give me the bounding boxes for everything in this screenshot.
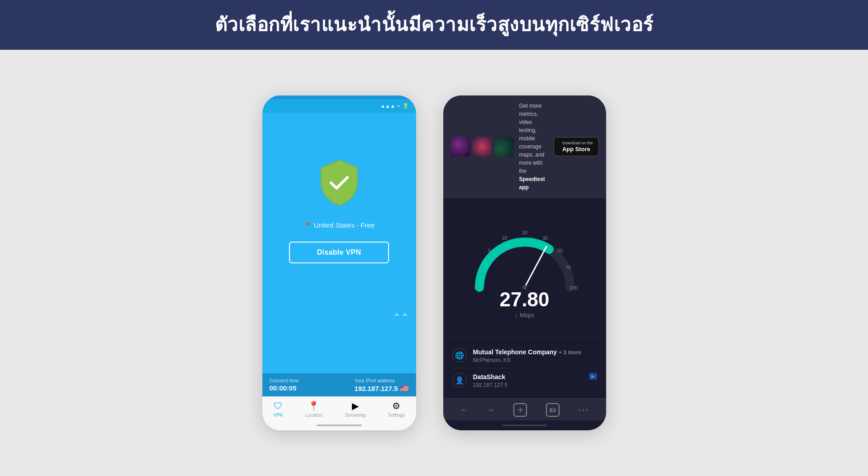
speedometer-graphic: 0 1 5 10 20 30 50 75 100	[466, 217, 583, 299]
signal-icon: ▲▲▲	[380, 103, 395, 109]
vpn-tab-icon: 🛡	[274, 401, 283, 411]
speed-unit-row: ↓ Mbps	[499, 311, 549, 319]
home-indicator-bar-left	[317, 424, 362, 426]
connect-time-item: Connect time 00:00:05	[270, 378, 299, 393]
svg-text:75: 75	[565, 265, 570, 270]
svg-line-9	[525, 247, 546, 287]
ipv4-label: Your IPv4 address	[355, 378, 409, 383]
home-indicator-left	[262, 420, 416, 430]
isp-primary-details: Mutual Telephone Company + 3 more McPher…	[473, 348, 597, 363]
settings-tab-icon: ⚙	[392, 400, 400, 411]
svg-text:10: 10	[501, 235, 507, 241]
banner-body: Get more metrics, video testing, mobile …	[519, 103, 545, 190]
shield-area: 📍 United States - Free Disable VPN	[289, 158, 389, 263]
thumbnail-2	[472, 137, 492, 157]
person-icon: 👤	[452, 373, 467, 387]
page-title: ตัวเลือกที่เราแนะนำนั้นมีความเร็วสูงบนทุ…	[215, 13, 654, 38]
wifi-icon: ▪	[398, 103, 400, 109]
location-tab-icon: 📍	[308, 400, 319, 411]
tab-settings-label: Settings	[388, 413, 404, 418]
speedtest-screen: Get more metrics, video testing, mobile …	[443, 95, 606, 420]
home-indicator-right	[443, 420, 606, 430]
ipv4-value-row: 192.187.127.5 🇺🇸	[355, 384, 409, 393]
tab-count-button[interactable]: 63	[546, 403, 560, 417]
chevron-up-icon: ⌃⌃	[393, 312, 409, 324]
tab-location-label: Location	[305, 413, 323, 418]
connect-time-value: 00:00:05	[270, 384, 299, 392]
thumbnail-3	[494, 137, 514, 157]
svg-text:20: 20	[522, 230, 527, 235]
tab-vpn[interactable]: 🛡 VPN	[273, 401, 283, 418]
app-store-large-label: App Store	[562, 146, 593, 153]
app-store-text: Download on the App Store	[562, 141, 593, 152]
location-pin-icon: 📍	[304, 222, 311, 229]
banner-text: Get more metrics, video testing, mobile …	[519, 102, 548, 191]
download-icon: ↓	[515, 311, 518, 319]
us-flag-icon: 🇺🇸	[400, 384, 409, 393]
speedtest-app-name: Speedtest app	[519, 176, 545, 190]
more-options-button[interactable]: ···	[578, 404, 589, 416]
disable-vpn-button[interactable]: Disable VPN	[289, 242, 389, 263]
phone-left: ▲▲▲ ▪ 🔋 📍 United States - Free Disable V	[262, 95, 416, 430]
tab-count-label: 63	[550, 407, 556, 414]
svg-text:0: 0	[474, 285, 477, 290]
ipv4-item: Your IPv4 address 192.187.127.5 🇺🇸	[355, 378, 409, 393]
main-content: ▲▲▲ ▪ 🔋 📍 United States - Free Disable V	[0, 50, 868, 476]
app-store-small-label: Download on the	[562, 141, 593, 146]
svg-text:100: 100	[569, 285, 577, 290]
svg-text:30: 30	[542, 235, 547, 241]
status-bar-left: ▲▲▲ ▪ 🔋	[262, 99, 416, 113]
ad-badge: ▶	[589, 373, 597, 380]
tab-settings[interactable]: ⚙ Settings	[388, 400, 404, 418]
top-bar-left	[262, 95, 416, 99]
tab-streaming[interactable]: ▶ Streaming	[345, 400, 366, 418]
server-name: DataShack	[473, 373, 506, 381]
page-header: ตัวเลือกที่เราแนะนำนั้นมีความเร็วสูงบนทุ…	[0, 0, 868, 50]
svg-text:50: 50	[557, 248, 562, 253]
speedtest-banner: Get more metrics, video testing, mobile …	[443, 95, 606, 198]
svg-text:5: 5	[488, 248, 490, 253]
vpn-bottom-bar: Connect time 00:00:05 Your IPv4 address …	[262, 373, 416, 396]
connect-time-label: Connect time	[270, 378, 299, 383]
status-icons: ▲▲▲ ▪ 🔋	[380, 103, 409, 109]
globe-icon: 🌐	[452, 348, 467, 362]
tab-streaming-label: Streaming	[345, 413, 366, 418]
battery-icon: 🔋	[403, 103, 409, 109]
location-label: 📍 United States - Free	[304, 221, 375, 229]
isp-info: 🌐 Mutual Telephone Company + 3 more McPh…	[443, 338, 606, 398]
server-ip: 192.187.127.5	[473, 382, 583, 388]
isp-secondary-row: 👤 DataShack 192.187.127.5 ▶	[452, 368, 597, 393]
app-store-button[interactable]: Download on the App Store	[554, 137, 599, 156]
isp-name: Mutual Telephone Company + 3 more	[473, 348, 581, 356]
ipv4-value: 192.187.127.5	[355, 385, 398, 392]
vpn-shield-icon	[317, 158, 362, 208]
thumbnail-1	[451, 137, 470, 157]
streaming-tab-icon: ▶	[352, 400, 359, 411]
tab-bar-left: 🛡 VPN 📍 Location ▶ Streaming ⚙ Settings	[262, 396, 416, 420]
tab-location[interactable]: 📍 Location	[305, 400, 323, 418]
isp-more: + 3 more	[559, 349, 581, 356]
forward-button[interactable]: →	[487, 405, 495, 415]
back-button[interactable]: ←	[460, 405, 468, 415]
isp-location: McPherson, KS	[473, 357, 597, 363]
svg-point-10	[522, 285, 527, 290]
new-tab-button[interactable]: +	[513, 403, 527, 417]
phone-right: Get more metrics, video testing, mobile …	[443, 95, 606, 430]
speedometer-area: 0 1 5 10 20 30 50 75 100 2	[443, 198, 606, 338]
location-text: United States - Free	[314, 221, 375, 229]
svg-text:1: 1	[480, 265, 483, 270]
speed-unit-label: Mbps	[520, 312, 534, 319]
tab-vpn-label: VPN	[273, 413, 283, 418]
home-indicator-bar-right	[502, 424, 547, 426]
isp-primary-row: 🌐 Mutual Telephone Company + 3 more McPh…	[452, 343, 597, 368]
isp-secondary-details: DataShack 192.187.127.5	[473, 373, 583, 388]
browser-bar: ← → + 63 ···	[443, 398, 606, 420]
banner-thumbnails	[451, 137, 514, 157]
vpn-screen: ▲▲▲ ▪ 🔋 📍 United States - Free Disable V	[262, 99, 416, 373]
